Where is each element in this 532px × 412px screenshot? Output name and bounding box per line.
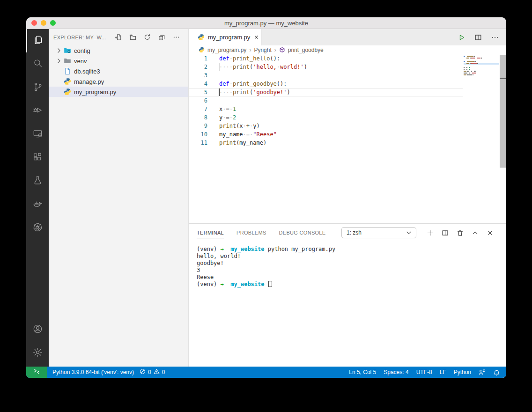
file-label: my_program.py (74, 88, 116, 96)
tab-close-icon[interactable] (253, 34, 259, 40)
minimap-segment (468, 69, 469, 70)
python-interpreter[interactable]: Python 3.9.0 64-bit ('venv': venv) (47, 369, 140, 375)
tree-item-manage.py[interactable]: manage.py (49, 76, 188, 87)
eol-indicator[interactable]: LF (440, 369, 446, 375)
new-file-icon[interactable] (114, 34, 122, 41)
code-line-2[interactable]: 2····print('hello,·world!') (189, 63, 463, 71)
warning-icon (154, 368, 160, 376)
tab-my-program[interactable]: my_program.py (189, 29, 262, 45)
minimap-segment (474, 61, 476, 62)
new-folder-icon[interactable] (129, 34, 136, 41)
kill-terminal-icon[interactable] (457, 229, 464, 236)
chevron-spacer (55, 78, 63, 85)
refresh-icon[interactable] (143, 34, 151, 41)
activity-kubernetes[interactable] (26, 216, 49, 240)
code-text: print(my_name) (219, 139, 266, 147)
window-title: my_program.py — my_website (26, 20, 506, 27)
minimap[interactable] (464, 56, 499, 76)
terminal-select[interactable]: 1: zsh (341, 227, 416, 238)
remote-indicator[interactable] (26, 367, 47, 378)
minimap-segment (464, 71, 466, 72)
tree-item-config[interactable]: config (49, 45, 188, 56)
activity-source-control[interactable] (26, 76, 49, 99)
more-icon[interactable] (491, 34, 499, 41)
notifications-bell-icon[interactable] (493, 369, 500, 376)
activity-settings[interactable] (26, 341, 49, 365)
editor-scrollbar[interactable] (500, 55, 506, 168)
terminal-token: 3 (197, 267, 200, 273)
new-terminal-icon[interactable] (427, 229, 434, 236)
status-bar-right: Ln 5, Col 5 Spaces: 4 UTF-8 LF Python (349, 369, 506, 376)
minimap-segment (477, 63, 478, 64)
code-line-11[interactable]: 11print(my_name) (189, 139, 463, 147)
run-icon[interactable] (458, 34, 465, 41)
activity-bar (26, 29, 49, 367)
minimap-segment (470, 63, 471, 64)
split-editor-icon[interactable] (474, 34, 482, 41)
zoom-window-button[interactable] (50, 20, 56, 26)
minimap-segment (466, 61, 466, 62)
terminal-token: (venv) (197, 246, 221, 252)
database-file-icon (64, 67, 71, 75)
close-panel-icon[interactable] (487, 229, 494, 236)
maximize-panel-icon[interactable] (472, 229, 479, 236)
activity-run-debug[interactable] (26, 99, 49, 123)
feedback-icon[interactable] (479, 369, 486, 376)
activity-account[interactable] (26, 318, 49, 341)
minimap-segment (466, 69, 467, 70)
panel-tab-terminal[interactable]: TERMINAL (197, 224, 224, 242)
code-line-1[interactable]: 1def·print_hello(): (189, 54, 463, 63)
minimize-window-button[interactable] (41, 20, 46, 26)
minimap-segment (464, 58, 466, 59)
code-line-8[interactable]: 8y·=·2 (189, 113, 463, 122)
terminal-output[interactable]: (venv) → my_website python my_program.py… (189, 242, 506, 367)
cursor-position[interactable]: Ln 5, Col 5 (349, 369, 376, 375)
code-line-10[interactable]: 10my_name·=·"Reese" (189, 130, 463, 139)
python-icon (199, 47, 205, 53)
explorer-actions (114, 34, 180, 41)
tree-item-db.sqlite3[interactable]: db.sqlite3 (49, 66, 188, 76)
minimap-segment (475, 71, 476, 72)
encoding[interactable]: UTF-8 (416, 369, 432, 375)
code-line-3[interactable]: 3 (189, 71, 463, 80)
breadcrumb: my_program.py › Pyright › print_goodbye (189, 45, 506, 54)
terminal-panel: TERMINALPROBLEMSDEBUG CONSOLE 1: zsh (ve… (189, 223, 506, 367)
minimap-segment (467, 61, 474, 62)
minimap-line (464, 71, 499, 72)
tree-item-venv[interactable]: venv (49, 56, 188, 66)
activity-search[interactable] (26, 52, 49, 76)
activity-testing[interactable] (26, 169, 49, 193)
activity-extensions[interactable] (26, 146, 49, 169)
code-line-4[interactable]: 4def·print_goodbye(): (189, 80, 463, 88)
titlebar[interactable]: my_program.py — my_website (26, 17, 506, 29)
indentation[interactable]: Spaces: 4 (384, 369, 408, 375)
more-icon[interactable] (172, 34, 180, 41)
code-line-6[interactable]: 6 (189, 96, 463, 105)
vscode-window: my_program.py — my_website EXPLORER: MY_… (26, 17, 506, 378)
activity-explorer[interactable] (26, 29, 49, 52)
minimap-segment (471, 71, 472, 72)
terminal-line: 3 (197, 267, 506, 274)
breadcrumb-file[interactable]: my_program.py (207, 47, 246, 53)
terminal-token (265, 281, 268, 287)
panel-tab-problems[interactable]: PROBLEMS (236, 224, 266, 242)
code-line-7[interactable]: 7x·=·1 (189, 105, 463, 113)
token: ) (287, 89, 290, 96)
token: + (246, 123, 250, 129)
activity-remote-explorer[interactable] (26, 123, 49, 146)
symbol-method-icon (279, 47, 285, 53)
collapse-all-icon[interactable] (158, 34, 165, 41)
code-line-9[interactable]: 9print(x·+·y) (189, 122, 463, 130)
problems-indicator[interactable]: 0 0 (140, 368, 165, 376)
breadcrumb-section[interactable]: Pyright (254, 47, 271, 53)
breadcrumb-symbol[interactable]: print_goodbye (288, 47, 324, 53)
code-line-5[interactable]: 5····print('goodbye!') (189, 88, 463, 96)
activity-docker[interactable] (26, 193, 49, 216)
tree-item-my_program.py[interactable]: my_program.py (49, 87, 188, 97)
panel-tab-debug-console[interactable]: DEBUG CONSOLE (279, 224, 326, 242)
language-mode[interactable]: Python (454, 369, 471, 375)
minimap-segment (477, 58, 480, 59)
close-window-button[interactable] (31, 20, 37, 26)
code-editor[interactable]: 1def·print_hello():2····print('hello,·wo… (189, 54, 506, 223)
split-terminal-icon[interactable] (442, 229, 449, 236)
